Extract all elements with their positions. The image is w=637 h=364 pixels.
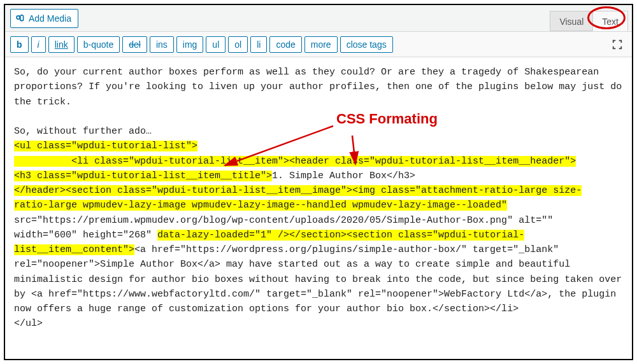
code-indent <box>14 156 71 167</box>
wp-classic-editor: Add Media Visual Text b i link b-quote d… <box>4 4 633 360</box>
code-line: src="https://premium.wpmudev.org/blog/wp… <box>14 215 553 226</box>
add-media-label: Add Media <box>29 13 71 24</box>
code-line: ratio-large wpmudev-lazy-image wpmudev-l… <box>14 200 507 211</box>
qt-link[interactable]: link <box>48 36 75 53</box>
qt-bquote[interactable]: b-quote <box>77 36 120 53</box>
code-line: data-lazy-loaded="1" /></section><sectio… <box>157 230 524 241</box>
code-line: </header><section class="wpdui-tutorial-… <box>14 185 582 196</box>
code-line: <li class="wpdui-tutorial-list__item"><h… <box>71 156 576 167</box>
qt-ul[interactable]: ul <box>206 36 225 53</box>
code-line: list__item__content"> <box>14 244 134 255</box>
qt-code[interactable]: code <box>269 36 301 53</box>
paragraph: So, without further ado… <box>14 124 623 139</box>
add-media-button[interactable]: Add Media <box>10 9 78 28</box>
editor-top-row: Add Media Visual Text <box>5 5 632 32</box>
paragraph: So, do your current author boxes perform… <box>14 65 623 109</box>
code-line: rel="noopener">Simple Author Box</a> may… <box>14 259 622 314</box>
fullscreen-icon[interactable] <box>612 39 623 50</box>
svg-point-0 <box>17 16 20 19</box>
code-line: <a href="https://wordpress.org/plugins/s… <box>134 244 559 255</box>
svg-rect-1 <box>20 15 24 20</box>
qt-img[interactable]: img <box>176 36 204 53</box>
qt-close-tags[interactable]: close tags <box>340 36 393 53</box>
editor-tabs: Visual Text <box>550 11 628 31</box>
qt-del[interactable]: del <box>122 36 147 53</box>
qt-bold[interactable]: b <box>10 36 29 53</box>
code-line: 1. Simple Author Box</h3> <box>272 171 415 181</box>
tab-text[interactable]: Text <box>592 11 628 31</box>
editor-text-content[interactable]: So, do your current author boxes perform… <box>5 57 632 339</box>
quicktags-toolbar: b i link b-quote del ins img ul ol li co… <box>5 32 632 57</box>
code-line: </ul> <box>14 318 43 329</box>
qt-more[interactable]: more <box>304 36 338 53</box>
tab-visual[interactable]: Visual <box>550 11 592 31</box>
qt-ins[interactable]: ins <box>150 36 174 53</box>
code-line: <ul class="wpdui-tutorial-list"> <box>14 141 197 151</box>
qt-ol[interactable]: ol <box>228 36 248 53</box>
media-icon <box>15 13 25 24</box>
qt-li[interactable]: li <box>250 36 267 53</box>
qt-italic[interactable]: i <box>31 36 46 53</box>
code-line: <h3 class="wpdui-tutorial-list__item__ti… <box>14 171 272 181</box>
code-line: width="600" height="268" <box>14 230 157 241</box>
